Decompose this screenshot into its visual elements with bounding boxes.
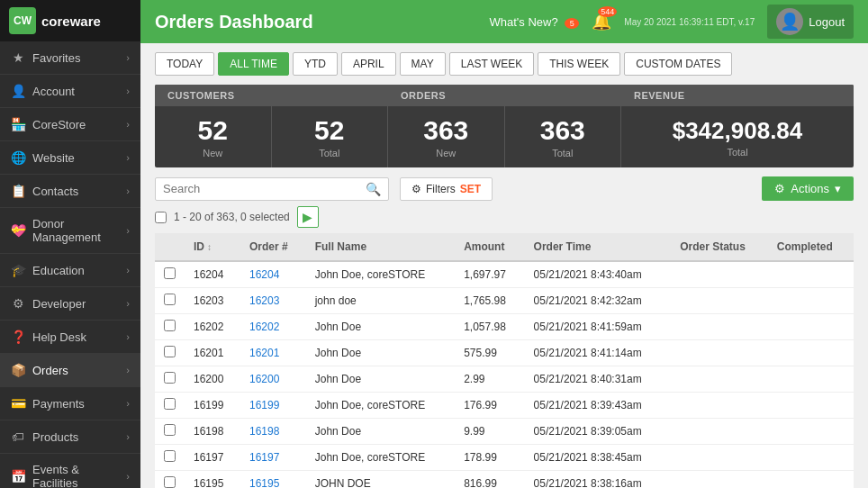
- cell-completed: [768, 314, 854, 340]
- table-row: 16197 16197 John Doe, coreSTORE 178.99 0…: [155, 445, 854, 471]
- th-completed[interactable]: Completed: [768, 233, 854, 261]
- toolbar-left: 🔍 ⚙ Filters SET: [155, 177, 493, 201]
- search-box: 🔍: [155, 177, 389, 201]
- cell-completed: [768, 288, 854, 314]
- actions-label: Actions: [791, 182, 829, 195]
- sidebar-item-contacts[interactable]: 📋 Contacts ›: [0, 175, 140, 208]
- sort-icon-id: ↕: [207, 242, 212, 252]
- row-checkbox[interactable]: [164, 372, 176, 384]
- sidebar-item-events-facilities[interactable]: 📅 Events & Facilities ›: [0, 454, 140, 488]
- table-header: ID ↕ Order # Full Name Amount Order Time…: [155, 233, 854, 261]
- date-filter-today[interactable]: TODAY: [155, 52, 214, 76]
- sidebar-item-products[interactable]: 🏷 Products ›: [0, 420, 140, 454]
- sidebar-item-orders[interactable]: 📦 Orders ›: [0, 354, 140, 387]
- cell-order-num[interactable]: 16200: [240, 366, 306, 393]
- table-body: 16204 16204 John Doe, coreSTORE 1,697.97…: [155, 261, 854, 488]
- sidebar-item-corestore[interactable]: 🏪 CoreStore ›: [0, 108, 140, 141]
- search-icon[interactable]: 🔍: [366, 182, 381, 196]
- date-filter-may[interactable]: MAY: [400, 52, 446, 76]
- customers-new-cell: 52 New: [155, 106, 272, 167]
- th-id[interactable]: ID ↕: [185, 233, 240, 261]
- date-filter-custom-dates[interactable]: CUSTOM DATES: [624, 52, 732, 76]
- th-full-name[interactable]: Full Name: [306, 233, 455, 261]
- row-checkbox[interactable]: [164, 294, 176, 305]
- notification-button[interactable]: 🔔 544: [592, 12, 611, 32]
- sidebar-icon-account: 👤: [11, 84, 25, 98]
- sidebar-item-account[interactable]: 👤 Account ›: [0, 75, 140, 108]
- cell-order-num[interactable]: 16197: [240, 445, 306, 471]
- th-order-time[interactable]: Order Time: [525, 233, 672, 261]
- date-filter-bar: TODAYALL TIMEYTDAPRILMAYLAST WEEKTHIS WE…: [155, 52, 854, 76]
- th-amount[interactable]: Amount: [455, 233, 524, 261]
- cell-status: [671, 366, 768, 393]
- row-checkbox[interactable]: [164, 450, 176, 462]
- sidebar-item-education[interactable]: 🎓 Education ›: [0, 254, 140, 287]
- whats-new-link[interactable]: What's New? 5: [490, 15, 580, 29]
- chevron-icon-orders: ›: [126, 365, 130, 375]
- date-filter-this-week[interactable]: THIS WEEK: [538, 52, 620, 76]
- row-checkbox[interactable]: [164, 476, 176, 488]
- cell-amount: 1,697.97: [455, 261, 524, 288]
- next-page-button[interactable]: ▶: [297, 206, 319, 228]
- sidebar-item-website[interactable]: 🌐 Website ›: [0, 141, 140, 175]
- date-filter-ytd[interactable]: YTD: [293, 52, 338, 76]
- cell-status: [671, 445, 768, 471]
- pagination-info: 1 - 20 of 363, 0 selected: [174, 211, 290, 223]
- row-checkbox[interactable]: [164, 267, 176, 279]
- cell-order-num[interactable]: 16198: [240, 419, 306, 445]
- orders-header: ORDERS: [388, 85, 620, 106]
- table-row: 16204 16204 John Doe, coreSTORE 1,697.97…: [155, 261, 854, 288]
- sidebar-item-left-orders: 📦 Orders: [11, 363, 68, 377]
- cell-order-num[interactable]: 16201: [240, 340, 306, 366]
- th-order-num[interactable]: Order #: [240, 233, 306, 261]
- cell-id: 16199: [185, 393, 240, 419]
- orders-new-number: 363: [423, 115, 468, 146]
- header-date-area: May 20 2021 16:39:11 EDT, v.17: [624, 17, 755, 27]
- cell-order-num[interactable]: 16204: [240, 261, 306, 288]
- search-input[interactable]: [163, 182, 366, 195]
- sidebar-icon-website: 🌐: [11, 150, 25, 165]
- cell-id: 16204: [185, 261, 240, 288]
- cell-order-num[interactable]: 16195: [240, 471, 306, 489]
- row-checkbox[interactable]: [164, 424, 176, 436]
- row-checkbox[interactable]: [164, 346, 176, 357]
- filter-icon: ⚙: [411, 183, 421, 195]
- orders-total-label: Total: [552, 148, 573, 158]
- sidebar-item-payments[interactable]: 💳 Payments ›: [0, 387, 140, 420]
- actions-button[interactable]: ⚙ Actions ▾: [762, 176, 854, 201]
- sidebar-item-favorites[interactable]: ★ Favorites ›: [0, 41, 140, 75]
- sidebar-item-donor-management[interactable]: 💝 Donor Management ›: [0, 208, 140, 254]
- filter-button[interactable]: ⚙ Filters SET: [400, 177, 493, 201]
- sidebar-icon-orders: 📦: [11, 363, 25, 377]
- date-filter-all-time[interactable]: ALL TIME: [218, 52, 289, 76]
- orders-table: ID ↕ Order # Full Name Amount Order Time…: [155, 233, 854, 488]
- sidebar: CW coreware ★ Favorites › 👤 Account › 🏪 …: [0, 0, 140, 488]
- cell-name: John Doe, coreSTORE: [306, 261, 455, 288]
- sidebar-label-favorites: Favorites: [32, 51, 80, 65]
- master-checkbox[interactable]: [155, 212, 167, 223]
- sidebar-item-left-events-facilities: 📅 Events & Facilities: [11, 463, 126, 488]
- sidebar-item-help-desk[interactable]: ❓ Help Desk ›: [0, 321, 140, 354]
- logo[interactable]: CW coreware: [0, 0, 140, 41]
- date-filter-last-week[interactable]: LAST WEEK: [449, 52, 534, 76]
- cell-order-num[interactable]: 16202: [240, 314, 306, 340]
- page-title: Orders Dashboard: [155, 12, 313, 32]
- row-checkbox[interactable]: [164, 398, 176, 410]
- table-row: 16202 16202 John Doe 1,057.98 05/21/2021…: [155, 314, 854, 340]
- cell-status: [671, 288, 768, 314]
- sidebar-item-developer[interactable]: ⚙ Developer ›: [0, 287, 140, 321]
- logout-button[interactable]: 👤 Logout: [767, 5, 854, 39]
- customers-total-number: 52: [314, 115, 344, 146]
- cell-order-num[interactable]: 16203: [240, 288, 306, 314]
- date-filter-april[interactable]: APRIL: [341, 52, 396, 76]
- cell-order-num[interactable]: 16199: [240, 393, 306, 419]
- revenue-total-number: $342,908.84: [673, 117, 803, 145]
- chevron-icon-favorites: ›: [126, 52, 130, 63]
- cell-id: 16195: [185, 471, 240, 489]
- cell-id: 16200: [185, 366, 240, 393]
- row-checkbox[interactable]: [164, 320, 176, 331]
- revenue-total-label: Total: [727, 147, 747, 158]
- cell-status: [671, 340, 768, 366]
- th-order-status[interactable]: Order Status: [671, 233, 768, 261]
- sidebar-icon-corestore: 🏪: [11, 117, 25, 131]
